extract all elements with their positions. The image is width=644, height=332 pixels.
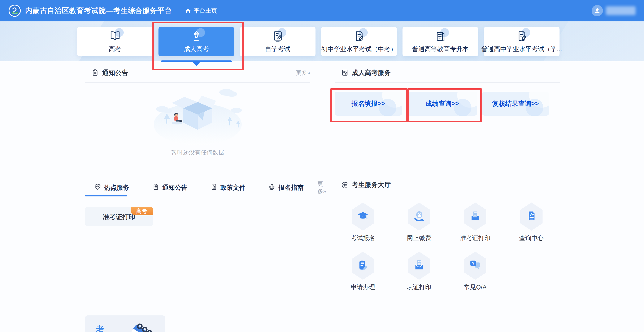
notice-title: 通知公告 (102, 68, 128, 77)
button-review-result-query[interactable]: 复核结果查询>> (482, 92, 549, 116)
hot-more-link[interactable]: 更多» (318, 180, 326, 195)
notice-empty-state: 暂时还没有任何数据 (85, 86, 310, 157)
bottom-promo-card[interactable]: 考 (85, 315, 165, 332)
pay-icon (408, 202, 430, 231)
divider (85, 82, 310, 83)
hall-item-admission-ticket-print[interactable]: 准考证打印 (447, 202, 503, 242)
tab-zhongkao[interactable]: 初中学业水平考试（中考） (321, 27, 397, 56)
heart-swoosh-icon (94, 183, 102, 192)
divider (335, 82, 560, 83)
empty-state-text: 暂时还没有任何数据 (85, 149, 310, 157)
doc-pencil-icon (351, 30, 367, 43)
docs-icon (433, 30, 448, 43)
page: 内蒙古自治区教育考试院—考生综合服务平台 平台主页 高考 成人高考 自学考试 初… (0, 0, 644, 332)
grad-cap-icon (352, 202, 374, 231)
notice-more-link[interactable]: 更多» (296, 69, 310, 77)
avatar[interactable] (592, 5, 603, 16)
button-signup-fill[interactable]: 报名填报>> (335, 92, 402, 116)
tab-label: 普通高等教育专升本 (412, 45, 469, 54)
query-icon: A (520, 202, 542, 231)
clipboard-icon (152, 183, 160, 192)
doc-pencil-icon (514, 30, 530, 43)
hot-tab-bar: 热点服务通知公告政策文件报名指南更多» (85, 182, 310, 193)
hall-item-label: 考试报名 (351, 234, 375, 242)
service-hall-grid: 考试报名 网上缴费 准考证打印A 查询中心 申请办理 表证打印? 常见Q/A (335, 202, 560, 291)
home-link-label: 平台主页 (194, 7, 217, 15)
hot-card-label: 准考证打印 (103, 213, 135, 221)
user-icon (594, 7, 601, 14)
form-print-icon (408, 252, 430, 280)
hall-item-form-cert-print[interactable]: 表证打印 (391, 252, 447, 291)
tab-label: 初中学业水平考试（中考） (321, 45, 397, 54)
hot-tab-label: 通知公告 (162, 183, 188, 192)
hall-item-label: 表证打印 (407, 283, 431, 291)
qa-icon: ? (464, 252, 486, 280)
divider (85, 306, 560, 306)
user-box[interactable] (592, 5, 636, 16)
hall-item-exam-signup[interactable]: 考试报名 (335, 202, 391, 242)
home-link[interactable]: 平台主页 (185, 7, 217, 15)
site-logo (8, 5, 21, 17)
book-icon (107, 30, 123, 43)
tab-label: 高考 (109, 45, 122, 54)
clipboard-icon (91, 69, 99, 77)
hot-tab-label: 政策文件 (220, 183, 246, 192)
page-title: 内蒙古自治区教育考试院—考生综合服务平台 (25, 6, 172, 16)
exam-tab-strip: 高考 成人高考 自学考试 初中学业水平考试（中考） 普通高等教育专升本 普通高中… (77, 27, 560, 56)
hall-item-query-center[interactable]: A 查询中心 (503, 202, 560, 242)
hot-card-tag: 高考 (130, 207, 153, 215)
tab-zhuanshengben[interactable]: 普通高等教育专升本 (402, 27, 478, 56)
apply-icon (352, 252, 374, 280)
hall-item-label: 查询中心 (519, 234, 544, 242)
hall-item-label: 申请办理 (351, 283, 375, 291)
notice-section-header: 通知公告 更多» (85, 68, 310, 78)
hot-active-tab-underline (85, 195, 127, 196)
hot-tab-label: 报名指南 (278, 183, 304, 192)
grid-icon (341, 181, 349, 189)
adult-services-section-header: 成人高考服务 (335, 68, 560, 78)
tab-zixue-kaoshi[interactable]: 自学考试 (240, 27, 316, 56)
hall-item-apply-handle[interactable]: 申请办理 (335, 252, 391, 291)
tab-gaozhong-xueye[interactable]: 普通高中学业水平考试（学... (484, 27, 560, 56)
print-icon (464, 202, 486, 231)
tab-label: 自学考试 (265, 45, 290, 54)
user-name-redacted (606, 6, 636, 15)
hall-item-online-payment[interactable]: 网上缴费 (391, 202, 447, 242)
hot-tab-policy-files[interactable]: 政策文件 (207, 183, 246, 192)
tablet-pen-icon (270, 30, 286, 43)
hall-item-label: 网上缴费 (407, 234, 431, 242)
hot-card-admission-ticket-print[interactable]: 准考证打印 高考 (85, 207, 153, 226)
service-hall-title: 考生服务大厅 (352, 180, 391, 189)
hot-tab-notices[interactable]: 通知公告 (149, 183, 188, 192)
adult-services-title: 成人高考服务 (352, 68, 391, 77)
active-tab-underline (161, 61, 232, 62)
empty-state-illustration (148, 86, 247, 146)
hall-item-faq[interactable]: ? 常见Q/A (447, 252, 503, 291)
tab-label: 成人高考 (184, 45, 209, 54)
app-header: 内蒙古自治区教育考试院—考生综合服务平台 平台主页 (0, 0, 644, 22)
tab-chengren-gaokao[interactable]: 成人高考 (158, 27, 234, 56)
hall-item-label: 常见Q/A (464, 283, 486, 291)
hot-tab-signup-guide[interactable]: 报名指南 (266, 183, 304, 192)
hall-item-label: 准考证打印 (460, 234, 490, 242)
tab-label: 普通高中学业水平考试（学... (481, 45, 562, 54)
pen-icon (189, 30, 204, 43)
calendar-push-illustration (112, 318, 164, 332)
hot-tab-label: 热点服务 (104, 183, 129, 192)
tab-gaokao[interactable]: 高考 (77, 27, 153, 56)
hot-tab-hot-services[interactable]: 热点服务 (91, 183, 129, 192)
home-icon (185, 8, 191, 14)
policy-book-icon (210, 183, 218, 192)
divider (335, 196, 560, 196)
button-label: 复核结果查询>> (492, 99, 539, 108)
tablet-pen-icon (341, 69, 349, 77)
button-label: 成绩查询>> (425, 99, 459, 108)
button-score-query[interactable]: 成绩查询>> (408, 92, 477, 116)
guide-icon (268, 183, 276, 192)
active-tab-caret (193, 62, 200, 66)
button-label: 报名填报>> (352, 99, 385, 108)
service-hall-section-header: 考生服务大厅 (335, 180, 560, 190)
bottom-card-label: 考 (96, 324, 104, 332)
svg-text:?: ? (472, 261, 474, 265)
